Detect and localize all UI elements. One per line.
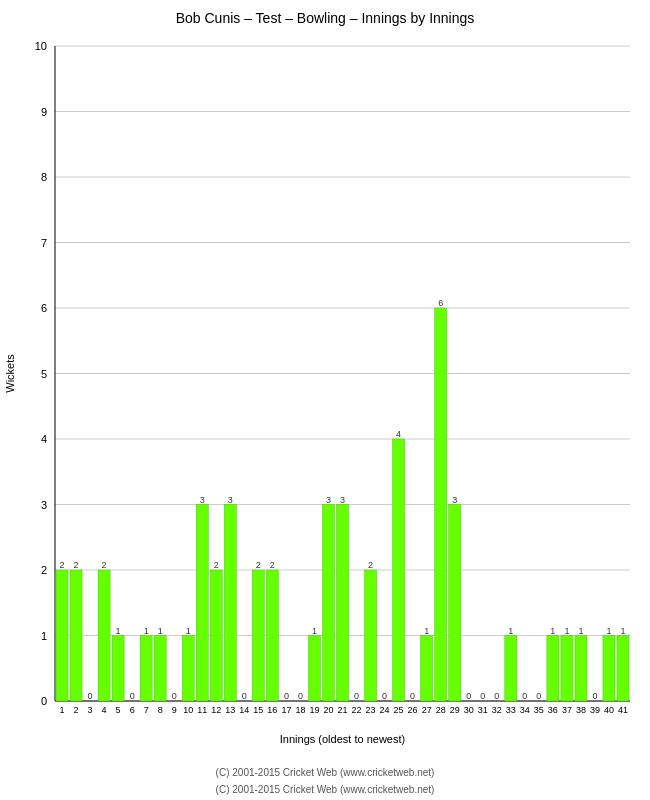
- svg-text:32: 32: [492, 705, 502, 715]
- svg-text:18: 18: [295, 705, 305, 715]
- svg-text:0: 0: [536, 691, 541, 701]
- svg-text:1: 1: [60, 705, 65, 715]
- svg-text:6: 6: [41, 302, 47, 314]
- svg-rect-118: [561, 636, 573, 702]
- svg-text:27: 27: [422, 705, 432, 715]
- svg-text:20: 20: [323, 705, 333, 715]
- svg-rect-40: [140, 636, 152, 702]
- chart-title: Bob Cunis – Test – Bowling – Innings by …: [0, 0, 650, 31]
- chart-svg: 0123456789102122032415061718091103112123…: [0, 31, 650, 781]
- svg-text:3: 3: [41, 499, 47, 511]
- svg-text:30: 30: [464, 705, 474, 715]
- svg-text:2: 2: [102, 560, 107, 570]
- svg-text:1: 1: [550, 626, 555, 636]
- svg-text:22: 22: [352, 705, 362, 715]
- svg-rect-129: [617, 636, 629, 702]
- svg-text:0: 0: [88, 691, 93, 701]
- footer-text: (C) 2001-2015 Cricket Web (www.cricketwe…: [0, 784, 650, 795]
- svg-text:17: 17: [281, 705, 291, 715]
- svg-rect-72: [308, 636, 320, 702]
- svg-text:3: 3: [340, 495, 345, 505]
- svg-rect-65: [266, 570, 278, 701]
- svg-text:1: 1: [606, 626, 611, 636]
- svg-text:9: 9: [41, 106, 47, 118]
- svg-rect-51: [196, 505, 208, 702]
- svg-text:1: 1: [620, 626, 625, 636]
- svg-rect-115: [547, 636, 559, 702]
- svg-text:11: 11: [197, 705, 207, 715]
- svg-rect-126: [603, 636, 615, 702]
- svg-text:2: 2: [214, 560, 219, 570]
- svg-rect-57: [224, 505, 236, 702]
- svg-rect-99: [449, 505, 461, 702]
- svg-rect-43: [154, 636, 166, 702]
- svg-rect-27: [70, 570, 82, 701]
- svg-text:4: 4: [396, 429, 401, 439]
- svg-text:39: 39: [590, 705, 600, 715]
- svg-text:14: 14: [239, 705, 249, 715]
- svg-text:0: 0: [284, 691, 289, 701]
- svg-text:0: 0: [130, 691, 135, 701]
- svg-text:5: 5: [116, 705, 121, 715]
- svg-rect-83: [365, 570, 377, 701]
- svg-text:2: 2: [74, 560, 79, 570]
- svg-text:0: 0: [298, 691, 303, 701]
- svg-text:0: 0: [242, 691, 247, 701]
- svg-text:29: 29: [450, 705, 460, 715]
- svg-text:1: 1: [564, 626, 569, 636]
- svg-text:21: 21: [337, 705, 347, 715]
- svg-text:38: 38: [576, 705, 586, 715]
- svg-text:(C) 2001-2015 Cricket Web (www: (C) 2001-2015 Cricket Web (www.cricketwe…: [216, 767, 435, 778]
- svg-text:1: 1: [144, 626, 149, 636]
- svg-text:0: 0: [382, 691, 387, 701]
- svg-text:6: 6: [130, 705, 135, 715]
- svg-text:37: 37: [562, 705, 572, 715]
- svg-text:24: 24: [380, 705, 390, 715]
- svg-rect-75: [322, 505, 334, 702]
- svg-text:0: 0: [522, 691, 527, 701]
- svg-text:2: 2: [60, 560, 65, 570]
- svg-text:0: 0: [480, 691, 485, 701]
- svg-text:19: 19: [309, 705, 319, 715]
- svg-text:15: 15: [253, 705, 263, 715]
- svg-text:0: 0: [41, 695, 47, 707]
- svg-text:1: 1: [158, 626, 163, 636]
- svg-text:28: 28: [436, 705, 446, 715]
- svg-text:10: 10: [35, 40, 47, 52]
- svg-text:5: 5: [41, 368, 47, 380]
- svg-text:3: 3: [452, 495, 457, 505]
- svg-text:2: 2: [41, 564, 47, 576]
- svg-text:8: 8: [41, 171, 47, 183]
- svg-text:1: 1: [186, 626, 191, 636]
- svg-rect-35: [112, 636, 124, 702]
- svg-text:3: 3: [88, 705, 93, 715]
- svg-text:0: 0: [466, 691, 471, 701]
- svg-rect-24: [56, 570, 68, 701]
- chart-container: Bob Cunis – Test – Bowling – Innings by …: [0, 0, 650, 800]
- svg-text:40: 40: [604, 705, 614, 715]
- svg-rect-121: [575, 636, 587, 702]
- svg-text:31: 31: [478, 705, 488, 715]
- svg-text:3: 3: [326, 495, 331, 505]
- svg-rect-54: [210, 570, 222, 701]
- svg-text:1: 1: [116, 626, 121, 636]
- svg-rect-62: [252, 570, 264, 701]
- svg-rect-93: [421, 636, 433, 702]
- svg-text:3: 3: [200, 495, 205, 505]
- svg-text:2: 2: [270, 560, 275, 570]
- svg-text:1: 1: [41, 630, 47, 642]
- svg-text:16: 16: [267, 705, 277, 715]
- svg-text:1: 1: [508, 626, 513, 636]
- svg-text:2: 2: [256, 560, 261, 570]
- svg-text:2: 2: [74, 705, 79, 715]
- svg-text:2: 2: [368, 560, 373, 570]
- svg-text:33: 33: [506, 705, 516, 715]
- svg-text:1: 1: [578, 626, 583, 636]
- svg-text:9: 9: [172, 705, 177, 715]
- svg-text:0: 0: [172, 691, 177, 701]
- svg-text:0: 0: [494, 691, 499, 701]
- svg-text:13: 13: [225, 705, 235, 715]
- svg-text:26: 26: [408, 705, 418, 715]
- svg-rect-78: [336, 505, 348, 702]
- svg-rect-48: [182, 636, 194, 702]
